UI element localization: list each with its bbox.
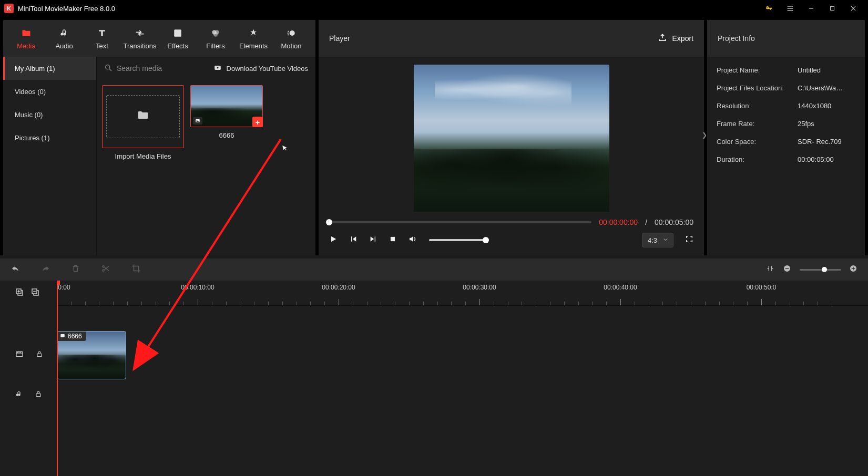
tab-text[interactable]: Text [83, 20, 121, 57]
remove-track-button[interactable] [30, 287, 40, 299]
aspect-ratio-select[interactable]: 4:3 [642, 233, 673, 247]
scrub-track[interactable] [329, 221, 591, 223]
tab-elements[interactable]: Elements [234, 20, 272, 57]
split-button[interactable] [101, 264, 110, 276]
download-youtube-link[interactable]: Download YouTube Videos [213, 64, 308, 73]
elements-icon [248, 27, 259, 39]
zoom-slider[interactable] [800, 269, 841, 271]
maximize-button[interactable] [822, 1, 843, 16]
titlebar: K MiniTool MovieMaker Free 8.0.0 [0, 0, 868, 17]
undo-button[interactable] [11, 264, 20, 276]
media-content: Search media Download YouTube Videos [97, 57, 315, 255]
ruler-label: 00:00:40:00 [604, 284, 637, 291]
add-to-timeline-button[interactable]: + [252, 117, 263, 127]
lock-track-button[interactable] [36, 350, 43, 360]
svg-point-0 [767, 7, 768, 8]
tab-effects[interactable]: Effects [159, 20, 197, 57]
project-info-body: ❯ Project Name:Untitled Project Files Lo… [707, 57, 865, 255]
redo-button[interactable] [41, 264, 50, 276]
zoom-out-button[interactable] [783, 264, 791, 275]
video-track-lane[interactable]: 6666 [57, 331, 868, 379]
export-button[interactable]: Export [658, 33, 693, 44]
scrub-knob[interactable] [326, 219, 332, 225]
search-input[interactable]: Search media [104, 64, 208, 74]
close-button[interactable] [843, 1, 864, 16]
info-value: C:\Users\Wa… [798, 84, 843, 92]
video-track-header [0, 331, 57, 379]
scrub-row: 00:00:00:00 / 00:00:05:00 [324, 212, 699, 230]
player-title: Player [329, 34, 350, 43]
hamburger-menu-icon[interactable] [780, 1, 801, 16]
lock-track-button[interactable] [35, 390, 42, 400]
prev-frame-button[interactable] [349, 235, 358, 245]
import-media-card[interactable]: Import Media Files [102, 85, 184, 160]
tab-label: Audio [55, 42, 73, 50]
effects-icon [173, 27, 182, 39]
tab-audio[interactable]: Audio [45, 20, 83, 57]
info-row: Color Space:SDR- Rec.709 [717, 132, 865, 150]
music-icon [59, 27, 69, 39]
playhead[interactable] [57, 281, 58, 476]
fullscreen-button[interactable] [685, 235, 693, 245]
play-button[interactable] [329, 235, 338, 245]
fit-timeline-button[interactable] [766, 264, 774, 275]
add-track-button[interactable] [15, 287, 24, 299]
sidebar-item-my-album[interactable]: My Album (1) [3, 57, 96, 80]
info-value: 25fps [798, 120, 814, 128]
crop-button[interactable] [131, 264, 141, 276]
svg-rect-33 [37, 354, 42, 356]
sidebar-item-music[interactable]: Music (0) [3, 103, 96, 126]
volume-slider[interactable] [429, 239, 486, 241]
volume-icon[interactable] [408, 234, 417, 246]
timeline-ruler[interactable]: 0:00 00:00:10:00 00:00:20:00 00:00:30:00… [57, 281, 868, 306]
sidebar-item-pictures[interactable]: Pictures (1) [3, 126, 96, 149]
player-controls: 4:3 [324, 230, 699, 247]
media-body: My Album (1) Videos (0) Music (0) Pictur… [3, 57, 315, 255]
zoom-in-button[interactable] [849, 264, 857, 275]
svg-rect-35 [60, 334, 65, 337]
transition-icon [134, 27, 146, 39]
timeline-toolbar [0, 258, 868, 281]
svg-rect-22 [785, 268, 789, 268]
volume-knob[interactable] [483, 237, 489, 243]
import-box [102, 85, 184, 148]
tab-label: Filters [206, 42, 224, 50]
sidebar-item-videos[interactable]: Videos (0) [3, 80, 96, 103]
project-info-panel: Project Info ❯ Project Name:Untitled Pro… [707, 20, 865, 255]
ruler-label: 00:00:10:00 [181, 284, 214, 291]
ruler-label: 00:00:30:00 [463, 284, 496, 291]
picture-icon [59, 333, 66, 339]
media-thumbnail[interactable]: + 6666 [190, 85, 263, 139]
tab-filters[interactable]: Filters [197, 20, 234, 57]
timeline-body: 0:00 00:00:10:00 00:00:20:00 00:00:30:00… [0, 281, 868, 476]
stop-button[interactable] [389, 235, 396, 245]
svg-rect-18 [391, 237, 395, 241]
info-row: Project Files Location:C:\Users\Wa… [717, 79, 865, 97]
preview-canvas[interactable] [414, 65, 609, 212]
timeline-tracks[interactable]: 0:00 00:00:10:00 00:00:20:00 00:00:30:00… [57, 281, 868, 476]
playhead-handle[interactable] [57, 281, 60, 285]
svg-rect-34 [36, 394, 40, 396]
minimize-button[interactable] [801, 1, 822, 16]
zoom-knob[interactable] [822, 267, 827, 272]
tab-transitions[interactable]: Transitions [121, 20, 159, 57]
upgrade-key-icon[interactable] [759, 1, 780, 16]
time-separator: / [645, 218, 647, 226]
info-value: 00:00:05:00 [798, 156, 834, 163]
collapse-panel-button[interactable]: ❯ [702, 131, 707, 139]
info-value: SDR- Rec.709 [798, 138, 842, 146]
tab-media[interactable]: Media [7, 20, 45, 57]
next-frame-button[interactable] [369, 235, 377, 245]
thumbnail-name: 6666 [219, 131, 234, 139]
youtube-icon [213, 64, 222, 73]
video-track-icon [15, 350, 24, 360]
audio-track-header [0, 379, 57, 411]
delete-button[interactable] [72, 264, 80, 276]
export-label: Export [672, 34, 693, 43]
tab-motion[interactable]: Motion [272, 20, 310, 57]
timeline-clip[interactable]: 6666 [57, 331, 126, 379]
info-label: Resolution: [717, 102, 798, 110]
search-placeholder: Search media [117, 64, 162, 73]
titlebar-controls [759, 1, 864, 16]
player-header: Player Export [319, 20, 704, 57]
